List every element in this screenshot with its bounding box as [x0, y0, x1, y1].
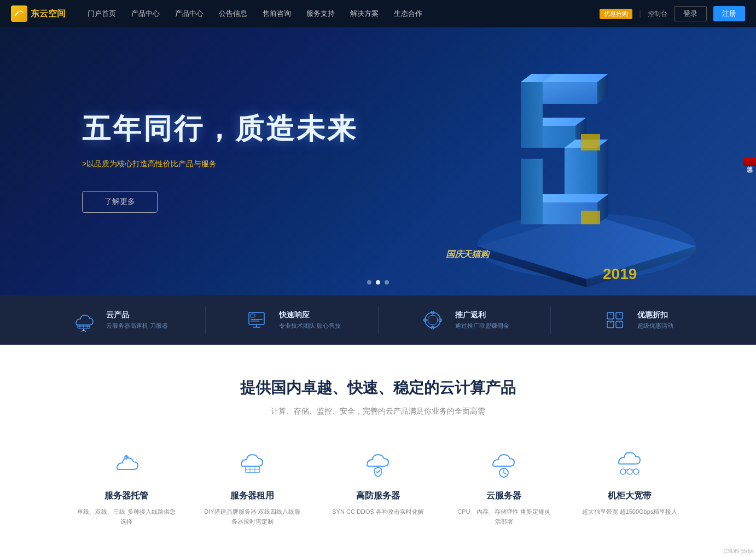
- nav-item-support[interactable]: 服务支持: [306, 9, 335, 19]
- navbar-right: 优惠抢购 | 控制台 登录 注册: [600, 6, 745, 21]
- products-section-title: 提供国内卓越、快速、稳定的云计算产品: [11, 378, 745, 398]
- hero-subtitle: >以品质为核心打造高性价比产品与服务: [82, 159, 358, 169]
- nav-links: 门户首页 产品中心 产品中心 公告信息 售前咨询 服务支持 解决方案 生态合作: [88, 9, 600, 19]
- product-desc-server-rent: DIY搭建品牌服务器 双线四线八线服务器按时需定制: [203, 507, 301, 526]
- hero-content: 五年同行，质造未来 >以品质为核心打造高性价比产品与服务 了解更多: [0, 110, 358, 213]
- nav-item-presale[interactable]: 售前咨询: [263, 9, 291, 19]
- logo-icon: [11, 5, 27, 22]
- logo-text: 东云空间: [31, 8, 66, 20]
- side-promo-banner[interactable]: 优惠: [743, 157, 756, 166]
- feature-promo-text: 推广返利 通过推广联盟赚佣金: [455, 310, 509, 330]
- product-desc-cabinet: 超大独享带宽 超1500Gbps精享接入: [580, 507, 679, 517]
- feature-cloud-desc: 云服务器高速机 刀服器: [106, 322, 168, 330]
- svg-marker-19: [521, 159, 543, 224]
- svg-rect-49: [616, 321, 623, 328]
- feature-cloud-title: 云产品: [106, 310, 168, 320]
- feature-discount-text: 优惠折扣 超级优惠活动: [637, 310, 673, 330]
- svg-rect-46: [607, 312, 614, 319]
- logo[interactable]: 东云空间: [11, 5, 66, 22]
- product-card-cloud-server[interactable]: 云服务器 CPU、内存、存储弹性 重新定规灵活部署: [455, 444, 553, 526]
- hero-cta-button[interactable]: 了解更多: [82, 191, 158, 213]
- feature-fast: 快速响应 专业技术团队 贴心售技: [206, 306, 378, 334]
- product-desc-server-hosting: 单线、双线、三线 多种接入线路供您选择: [77, 507, 176, 526]
- nav-item-home[interactable]: 门户首页: [88, 9, 116, 19]
- feature-cloud-text: 云产品 云服务器高速机 刀服器: [106, 310, 168, 330]
- feature-discount: 优惠折扣 超级优惠活动: [551, 306, 723, 334]
- divider: |: [639, 9, 641, 18]
- nav-item-ecosystem[interactable]: 生态合作: [394, 9, 422, 19]
- fast-response-icon: [243, 306, 270, 334]
- feature-cloud: 云产品 云服务器高速机 刀服器: [33, 306, 205, 334]
- hero-title: 五年同行，质造未来: [82, 110, 358, 148]
- features-bar: 云产品 云服务器高速机 刀服器 快速响应 专业技术团队 贴心售技: [0, 295, 756, 345]
- login-button[interactable]: 登录: [674, 6, 707, 21]
- svg-rect-32: [251, 319, 263, 320]
- svg-marker-11: [521, 82, 543, 148]
- svg-text:2019: 2019: [603, 265, 637, 282]
- carousel-dot-3[interactable]: [385, 280, 389, 285]
- register-button[interactable]: 注册: [713, 6, 745, 21]
- discount-icon: [601, 306, 629, 334]
- svg-rect-33: [251, 321, 259, 322]
- products-grid: 服务器托管 单线、双线、三线 多种接入线路供您选择 服务器租用 DIY搭建品牌服…: [50, 444, 706, 526]
- nav-item-announcements[interactable]: 公告信息: [219, 9, 247, 19]
- product-card-server-rent[interactable]: 服务器租用 DIY搭建品牌服务器 双线四线八线服务器按时需定制: [203, 444, 301, 526]
- cabinet-bandwidth-icon: [610, 444, 649, 482]
- svg-rect-20: [581, 134, 600, 150]
- watermark: CSDN @rtjs: [723, 548, 753, 554]
- carousel-dots: [367, 280, 389, 285]
- server-hosting-icon: [107, 444, 146, 482]
- products-section: 提供国内卓越、快速、稳定的云计算产品 计算、存储、监控、安全，完善的云产品满足你…: [0, 345, 756, 557]
- product-desc-shield-server: SYN CC DDOS 各种攻击实时化解: [329, 507, 427, 517]
- feature-fast-text: 快速响应 专业技术团队 贴心售技: [279, 310, 341, 330]
- feature-promo: 推广返利 通过推广联盟赚佣金: [379, 306, 551, 334]
- carousel-dot-2[interactable]: [376, 280, 380, 285]
- navbar: 东云空间 门户首页 产品中心 产品中心 公告信息 售前咨询 服务支持 解决方案 …: [0, 0, 756, 27]
- svg-rect-31: [251, 314, 255, 317]
- products-section-subtitle: 计算、存储、监控、安全，完善的云产品满足你业务的全面高需: [11, 407, 745, 416]
- ctrl-link[interactable]: 控制台: [648, 9, 667, 19]
- svg-point-37: [428, 315, 438, 325]
- product-name-server-rent: 服务器租用: [203, 490, 301, 502]
- svg-point-0: [18, 10, 20, 12]
- nav-item-solutions[interactable]: 解决方案: [350, 9, 379, 19]
- nav-item-products1[interactable]: 产品中心: [131, 9, 160, 19]
- cloud-products-icon: [70, 306, 97, 334]
- product-name-cloud-server: 云服务器: [455, 490, 553, 502]
- svg-rect-21: [581, 211, 600, 224]
- hero-3d-svg: 2019 国庆天猫购: [395, 38, 712, 290]
- shield-server-icon: [359, 444, 397, 482]
- product-desc-cloud-server: CPU、内存、存储弹性 重新定规灵活部署: [455, 507, 553, 526]
- feature-promo-title: 推广返利: [455, 310, 509, 320]
- feature-discount-desc: 超级优惠活动: [637, 322, 673, 330]
- product-card-shield-server[interactable]: 高防服务器 SYN CC DDOS 各种攻击实时化解: [329, 444, 427, 526]
- feature-fast-title: 快速响应: [279, 310, 341, 320]
- hero-visual: 2019 国庆天猫购: [395, 38, 712, 290]
- carousel-dot-1[interactable]: [367, 280, 371, 285]
- svg-rect-47: [616, 312, 623, 319]
- feature-discount-title: 优惠折扣: [637, 310, 673, 320]
- cloud-server-icon: [485, 444, 523, 482]
- promo-icon: [419, 306, 446, 334]
- product-name-shield-server: 高防服务器: [329, 490, 427, 502]
- product-card-server-hosting[interactable]: 服务器托管 单线、双线、三线 多种接入线路供您选择: [77, 444, 176, 526]
- product-card-cabinet[interactable]: 机柜大宽带 超大独享带宽 超1500Gbps精享接入: [580, 444, 679, 526]
- product-name-server-hosting: 服务器托管: [77, 490, 176, 502]
- hero-banner: 五年同行，质造未来 >以品质为核心打造高性价比产品与服务 了解更多: [0, 27, 756, 295]
- promo-badge[interactable]: 优惠抢购: [600, 9, 632, 19]
- feature-fast-desc: 专业技术团队 贴心售技: [279, 322, 341, 330]
- product-name-cabinet: 机柜大宽带: [580, 490, 679, 502]
- server-rent-icon: [233, 444, 271, 482]
- svg-rect-48: [607, 321, 614, 328]
- svg-text:国庆天猫购: 国庆天猫购: [445, 249, 491, 259]
- nav-item-products2[interactable]: 产品中心: [175, 9, 203, 19]
- svg-line-60: [504, 473, 507, 474]
- feature-promo-desc: 通过推广联盟赚佣金: [455, 322, 509, 330]
